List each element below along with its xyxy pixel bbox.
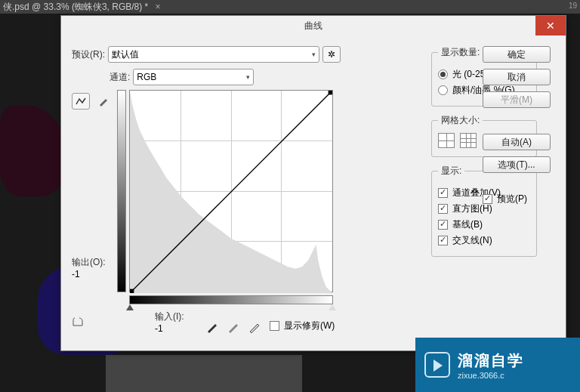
ruler-mark: 19 (569, 2, 577, 10)
input-value: -1 (155, 323, 163, 334)
preview-checkbox[interactable]: 预览(P) (483, 193, 555, 205)
close-button[interactable]: ✕ (535, 16, 566, 35)
channel-select[interactable]: RGB ▾ (133, 69, 254, 85)
cancel-button[interactable]: 取消 (483, 69, 551, 85)
grid-small-button[interactable] (438, 133, 455, 148)
baseline-label: 基线(B) (452, 218, 483, 231)
canvas-artwork (0, 106, 68, 196)
intersection-checkbox[interactable]: 交叉线(N) (438, 234, 530, 247)
canvas-artwork (106, 355, 302, 392)
options-button[interactable]: 选项(T)... (483, 156, 551, 173)
hand-tool-icon[interactable] (72, 316, 90, 329)
smooth-button: 平滑(M) (483, 91, 551, 108)
auto-button[interactable]: 自动(A) (483, 134, 551, 150)
curve-line[interactable] (130, 91, 332, 293)
black-point-slider[interactable] (126, 304, 134, 310)
show-clipping-checkbox[interactable]: 显示修剪(W) (270, 319, 335, 332)
dialog-title: 曲线 (304, 20, 322, 31)
watermark-sub: zixue.3066.c (458, 371, 524, 380)
pencil-tool[interactable] (94, 93, 113, 110)
checkbox-icon (483, 194, 492, 204)
dialog-titlebar[interactable]: 曲线 ✕ (61, 16, 566, 35)
grid-size-legend: 网格大小: (438, 114, 483, 127)
output-gradient (117, 90, 126, 292)
chevron-down-icon: ▾ (312, 51, 316, 58)
checkbox-icon (438, 188, 448, 198)
play-icon (424, 352, 450, 378)
display-legend: 显示: (438, 165, 464, 177)
radio-icon (438, 69, 448, 79)
watermark-brand: 溜溜自学 (458, 350, 524, 371)
chevron-down-icon: ▾ (246, 73, 250, 81)
output-value: -1 (72, 269, 106, 279)
preset-menu-button[interactable]: ✲ (322, 46, 341, 63)
svg-rect-2 (130, 289, 134, 293)
close-tab-icon[interactable]: × (156, 2, 161, 12)
display-amount-legend: 显示数量: (438, 46, 483, 59)
input-label: 输入(I): (155, 311, 184, 322)
document-tab[interactable]: 侠.psd @ 33.3% (蜘蛛侠3, RGB/8) * × (0, 0, 580, 14)
curves-dialog: 曲线 ✕ 预设(R): 默认值 ▾ ✲ 通道: RGB ▾ (60, 15, 566, 351)
curve-point-tool[interactable] (72, 93, 90, 110)
document-tab-title: 侠.psd @ 33.3% (蜘蛛侠3, RGB/8) * (3, 2, 148, 12)
gray-eyedropper-icon[interactable] (227, 319, 241, 333)
svg-rect-3 (329, 91, 332, 94)
show-clipping-label: 显示修剪(W) (284, 319, 335, 332)
channel-value: RGB (137, 72, 156, 82)
checkbox-icon (438, 236, 448, 245)
baseline-checkbox[interactable]: 基线(B) (438, 218, 530, 231)
watermark: 溜溜自学 zixue.3066.c (415, 338, 580, 392)
preset-label: 预设(R): (72, 48, 105, 61)
preset-select[interactable]: 默认值 ▾ (108, 46, 319, 63)
checkbox-icon (270, 321, 279, 331)
radio-icon (438, 85, 448, 95)
curve-graph[interactable] (129, 90, 333, 292)
svg-line-1 (130, 91, 332, 293)
input-gradient (129, 295, 333, 304)
preset-value: 默认值 (112, 48, 139, 61)
channel-label: 通道: (110, 71, 130, 84)
black-eyedropper-icon[interactable] (206, 319, 220, 333)
gear-icon: ✲ (328, 49, 335, 60)
checkbox-icon (438, 220, 448, 230)
ok-button[interactable]: 确定 (483, 46, 551, 63)
output-label: 输出(O): (72, 256, 106, 269)
checkbox-icon (438, 204, 448, 214)
grid-large-button[interactable] (460, 133, 477, 148)
white-eyedropper-icon[interactable] (248, 319, 262, 333)
intersection-label: 交叉线(N) (452, 234, 492, 247)
white-point-slider[interactable] (329, 304, 336, 310)
preview-label: 预览(P) (497, 193, 527, 205)
